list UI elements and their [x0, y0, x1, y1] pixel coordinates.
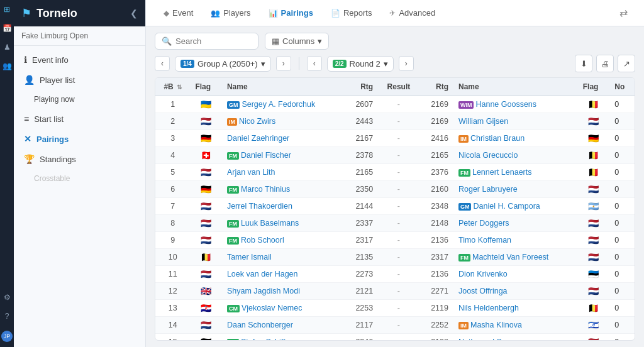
flag-icon: 🇳🇱	[588, 286, 599, 296]
columns-icon: ▦	[272, 36, 279, 46]
player-name-white[interactable]: FMMarco Thinius	[227, 185, 290, 194]
player-name-black[interactable]: Peter Doggers	[458, 219, 509, 228]
columns-button[interactable]: ▦ Columns ▾	[265, 33, 329, 50]
topnav-reports[interactable]: 📄 Reports	[323, 3, 380, 23]
player-name-black[interactable]: Dion Krivenko	[458, 270, 508, 278]
player-name-black[interactable]: GMDaniel H. Campora	[458, 202, 540, 211]
cell-name2: Joost Offringa	[453, 283, 578, 300]
cell-num: 1	[155, 96, 190, 113]
player-name-black[interactable]: Joost Offringa	[458, 287, 508, 295]
download-button[interactable]: ⬇	[575, 55, 592, 72]
round-prev-button[interactable]: ‹	[307, 56, 322, 71]
group-selector[interactable]: 1/4 Group A (2050+) ▾	[175, 56, 271, 72]
cell-no: 0	[609, 283, 635, 300]
cell-no: 0	[609, 130, 635, 147]
flag-icon: 🇨🇭	[201, 150, 211, 160]
cell-flag2: 🇳🇱	[578, 232, 609, 249]
flag-icon: 🇳🇱	[588, 116, 599, 126]
player-name-white[interactable]: FMStefan Schiffer	[227, 338, 292, 341]
player-name-black[interactable]: IMMasha Klinova	[458, 321, 522, 329]
cell-flag2: 🇧🇪	[578, 147, 609, 164]
player-name-white[interactable]: FMLuuk Baselmans	[227, 219, 299, 228]
player-name-white[interactable]: Daniel Zaehringer	[227, 134, 289, 143]
cell-num: 7	[155, 198, 190, 215]
player-name-white[interactable]: IMNico Zwirs	[227, 117, 275, 126]
calendar-icon[interactable]: 📅	[3, 24, 12, 33]
player-name-black[interactable]: WIMHanne Goossens	[458, 100, 536, 109]
player-name-white[interactable]: CMVjekoslav Nemec	[227, 304, 303, 312]
player-name-white[interactable]: Shyam Jagdish Modi	[227, 287, 300, 295]
group-next-button[interactable]: ›	[276, 56, 291, 71]
cell-result: -	[378, 96, 419, 113]
player-name-white[interactable]: Arjan van Lith	[227, 168, 275, 177]
player-name-white[interactable]: Daan Schonberger	[227, 321, 293, 329]
player-name-black[interactable]: FMLennert Lenaerts	[458, 168, 532, 177]
sidebar-item-event-info[interactable]: ℹ Event info	[14, 50, 145, 70]
flag-icon: 🇬🇧	[201, 286, 211, 296]
table-row: 5 🇳🇱 Arjan van Lith 2165 - 2376 FMLenner…	[155, 164, 635, 181]
top-nav: ◆ Event 👥 Players 📊 Pairings 📄 Reports ✈…	[146, 0, 644, 26]
cell-no: 0	[609, 317, 635, 334]
title-badge: GM	[458, 203, 472, 211]
topnav-event[interactable]: ◆ Event	[156, 3, 201, 23]
sidebar-item-standings[interactable]: 🏆 Standings	[14, 149, 145, 169]
col-flag2: Flag	[578, 78, 609, 96]
player-name-black[interactable]: Nils Heldenbergh	[458, 304, 519, 312]
cell-rtg2: 2317	[419, 249, 453, 266]
player-name-black[interactable]: William Gijsen	[458, 117, 508, 126]
cell-name2: William Gijsen	[453, 113, 578, 130]
title-badge: IM	[458, 322, 469, 329]
player-name-white[interactable]: Tamer Ismail	[227, 253, 272, 262]
users-icon[interactable]: 👥	[3, 62, 12, 70]
sidebar-item-playing-now-label: Playing now	[34, 95, 75, 104]
player-name-white[interactable]: GMSergey A. Fedorchuk	[227, 100, 315, 109]
player-name-black[interactable]: IMChristian Braun	[458, 134, 525, 143]
sidebar-item-start-list[interactable]: ≡ Start list	[14, 109, 145, 129]
pairings-nav-icon: 📊	[269, 9, 278, 18]
player-name-white[interactable]: FMDaniel Fischer	[227, 151, 291, 160]
round-next-button[interactable]: ›	[399, 56, 414, 71]
player-name-black[interactable]: Nicola Grecuccio	[458, 151, 518, 160]
cell-flag2: 🇮🇱	[578, 317, 609, 334]
cell-flag2: 🇳🇱	[578, 181, 609, 198]
settings-icon[interactable]: ⚙	[4, 293, 11, 302]
search-input[interactable]	[175, 36, 252, 46]
player-name-white[interactable]: Jerrel Thakoerdien	[227, 202, 292, 211]
cell-result: -	[378, 113, 419, 130]
topnav-players-label: Players	[223, 8, 250, 18]
chess-icon[interactable]: ♟	[4, 43, 11, 52]
sidebar-collapse-button[interactable]: ❮	[130, 8, 138, 18]
topnav-advanced[interactable]: ✈ Advanced	[382, 3, 443, 23]
pairings-table: #B ⇅ Flag Name Rtg Result Rtg Name Flag …	[155, 78, 635, 341]
sidebar-item-playing-now[interactable]: Playing now	[14, 90, 145, 109]
cell-flag1: 🇨🇭	[190, 147, 221, 164]
home-icon[interactable]: ⊞	[4, 5, 10, 14]
pairings-table-wrap: #B ⇅ Flag Name Rtg Result Rtg Name Flag …	[155, 77, 635, 341]
sidebar-item-player-list[interactable]: 👤 Player list	[14, 70, 145, 90]
round-selector[interactable]: 2/2 Round 2 ▾	[327, 56, 394, 72]
group-prev-button[interactable]: ‹	[155, 56, 170, 71]
table-row: 4 🇨🇭 FMDaniel Fischer 2378 - 2165 Nicola…	[155, 147, 635, 164]
sidebar-item-pairings-label: Pairings	[36, 135, 69, 144]
search-input-wrap[interactable]: 🔍	[155, 33, 258, 50]
swap-icon[interactable]: ⇄	[613, 3, 634, 23]
sidebar-item-pairings[interactable]: ✕ Pairings	[14, 129, 145, 149]
topnav-pairings[interactable]: 📊 Pairings	[261, 3, 321, 23]
player-name-white[interactable]: Loek van der Hagen	[227, 270, 298, 278]
flag-icon: 🇩🇪	[201, 133, 211, 143]
user-avatar[interactable]: JP	[1, 331, 13, 342]
help-icon[interactable]: ?	[5, 312, 9, 321]
player-name-black[interactable]: Nathanael Spaan	[458, 338, 519, 341]
cell-no: 0	[609, 181, 635, 198]
player-name-white[interactable]: FMRob Schoorl	[227, 236, 284, 245]
sidebar-nav: ℹ Event info 👤 Player list Playing now ≡…	[14, 46, 145, 347]
player-name-black[interactable]: Roger Labruyere	[458, 185, 518, 194]
topnav-players[interactable]: 👥 Players	[203, 3, 258, 23]
player-name-black[interactable]: FMMachteld Van Foreest	[458, 253, 548, 262]
cell-rtg1: 2167	[344, 130, 378, 147]
player-name-black[interactable]: Timo Koffeman	[458, 236, 511, 245]
share-button[interactable]: ↗	[618, 55, 635, 72]
print-button[interactable]: 🖨	[596, 55, 614, 72]
cell-no: 0	[609, 147, 635, 164]
flag-icon: 🇳🇱	[201, 167, 211, 177]
